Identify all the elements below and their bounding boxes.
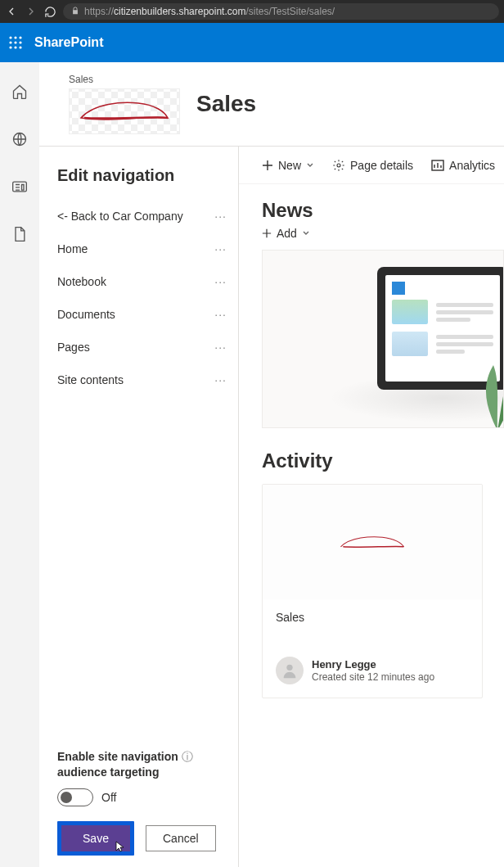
svg-point-6 <box>9 46 11 48</box>
svg-point-11 <box>337 164 340 167</box>
audience-targeting-toggle[interactable] <box>57 788 93 806</box>
svg-point-13 <box>286 665 292 671</box>
more-icon[interactable]: ··· <box>214 210 230 223</box>
nav-item-back[interactable]: <- Back to Car Company ··· <box>57 200 230 233</box>
nav-item-label: Documents <box>57 308 115 321</box>
news-heading: News <box>262 199 504 222</box>
avatar <box>276 657 304 684</box>
home-icon[interactable] <box>7 79 33 105</box>
forward-icon[interactable] <box>25 5 38 18</box>
save-button[interactable]: Save <box>61 825 130 851</box>
audience-targeting-label: Enable site navigation audience targetin… <box>57 749 230 780</box>
nav-item-label: Site contents <box>57 373 124 386</box>
news-placeholder <box>262 250 504 428</box>
nav-item-label: Home <box>57 242 88 255</box>
lock-icon <box>71 6 79 17</box>
chevron-down-icon <box>302 229 310 237</box>
app-rail <box>0 62 39 867</box>
main-content: New Page details Analytics News <box>239 147 504 867</box>
nav-item-label: Notebook <box>57 275 106 288</box>
plant-illustration <box>477 357 504 428</box>
svg-point-7 <box>14 46 16 48</box>
url-text: https://citizenbuilders.sharepoint.com/s… <box>84 6 335 17</box>
app-launcher-icon[interactable] <box>8 35 23 50</box>
site-logo[interactable] <box>69 88 180 134</box>
nav-item-site-contents[interactable]: Site contents ··· <box>57 364 230 396</box>
more-icon[interactable]: ··· <box>214 275 230 288</box>
activity-card-thumbnail <box>263 485 482 599</box>
edit-navigation-panel: Edit navigation <- Back to Car Company ·… <box>39 147 239 867</box>
svg-point-8 <box>19 46 21 48</box>
svg-point-2 <box>19 36 21 38</box>
save-highlight: Save <box>57 821 134 856</box>
reload-icon[interactable] <box>44 6 56 18</box>
toggle-state-text: Off <box>101 791 116 804</box>
site-header: Sales Sales <box>39 62 504 146</box>
activity-card-title: Sales <box>276 611 469 624</box>
page-title: Sales <box>196 91 256 117</box>
chart-icon <box>431 160 444 171</box>
nav-item-label: <- Back to Car Company <box>57 210 183 223</box>
more-icon[interactable]: ··· <box>214 242 230 255</box>
back-icon[interactable] <box>5 5 18 18</box>
news-icon[interactable] <box>7 174 33 200</box>
svg-point-0 <box>9 36 11 38</box>
nav-item-label: Pages <box>57 341 90 354</box>
activity-heading: Activity <box>262 449 504 472</box>
svg-point-4 <box>14 41 16 43</box>
cursor-icon <box>115 841 125 855</box>
file-icon[interactable] <box>7 221 33 247</box>
analytics-button[interactable]: Analytics <box>431 159 495 172</box>
plus-icon <box>262 228 272 238</box>
more-icon[interactable]: ··· <box>214 341 230 354</box>
gear-icon <box>332 159 345 172</box>
suite-bar: SharePoint <box>0 23 504 62</box>
nav-item-notebook[interactable]: Notebook ··· <box>57 265 230 298</box>
more-icon[interactable]: ··· <box>214 308 230 321</box>
more-icon[interactable]: ··· <box>214 373 230 386</box>
activity-user: Henry Legge <box>312 658 434 671</box>
url-bar[interactable]: https://citizenbuilders.sharepoint.com/s… <box>63 3 499 20</box>
svg-point-5 <box>19 41 21 43</box>
suite-title[interactable]: SharePoint <box>34 35 103 50</box>
news-add-button[interactable]: Add <box>262 227 504 240</box>
nav-item-home[interactable]: Home ··· <box>57 233 230 265</box>
cancel-button[interactable]: Cancel <box>146 825 216 851</box>
svg-point-3 <box>9 41 11 43</box>
activity-card[interactable]: Sales Henry Legge Created site 12 minute… <box>262 484 483 698</box>
activity-action: Created site 12 minutes ago <box>312 671 434 683</box>
browser-chrome: https://citizenbuilders.sharepoint.com/s… <box>0 0 504 23</box>
chevron-down-icon <box>306 161 314 169</box>
svg-point-1 <box>14 36 16 38</box>
page-details-button[interactable]: Page details <box>332 159 413 172</box>
new-button[interactable]: New <box>262 159 314 172</box>
nav-item-documents[interactable]: Documents ··· <box>57 298 230 331</box>
info-icon[interactable]: ⓘ <box>182 749 193 765</box>
nav-item-pages[interactable]: Pages ··· <box>57 331 230 364</box>
breadcrumb: Sales <box>69 74 180 85</box>
globe-icon[interactable] <box>7 126 33 152</box>
edit-nav-heading: Edit navigation <box>57 166 230 185</box>
command-bar: New Page details Analytics <box>239 147 504 184</box>
